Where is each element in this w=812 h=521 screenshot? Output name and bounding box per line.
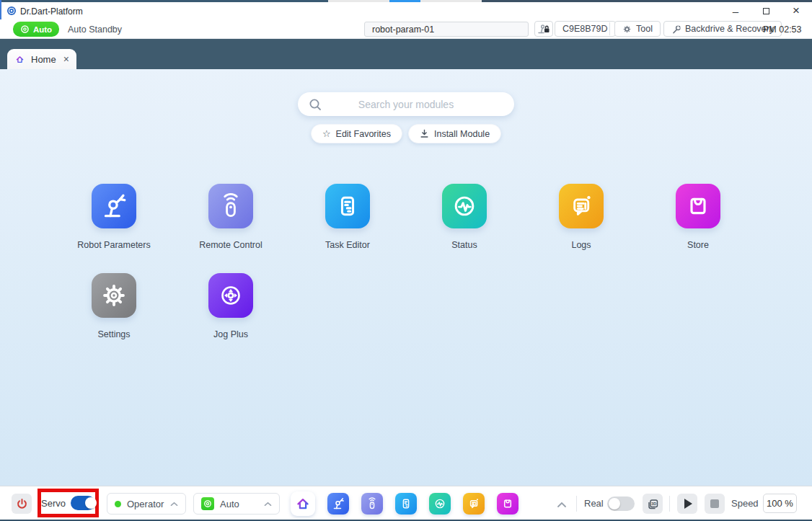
- robot-parameters-icon: [92, 184, 136, 228]
- module-label: Robot Parameters: [77, 240, 150, 251]
- tool-label: Tool: [636, 24, 653, 34]
- serial-button[interactable]: C9E8B79D: [555, 21, 616, 37]
- stop-icon: [710, 499, 719, 508]
- jog-plus-icon: [208, 273, 253, 318]
- settings-icon: [92, 273, 136, 318]
- robot-name-input[interactable]: [364, 22, 529, 37]
- taskbar-robot-parameters-button[interactable]: [327, 493, 349, 515]
- module-label: Settings: [97, 329, 130, 340]
- module-status[interactable]: Status: [406, 184, 523, 251]
- top-toolbar: Auto Auto Standby C9E8B79D Tool Backdriv…: [0, 19, 812, 39]
- module-jog-plus[interactable]: Jog Plus: [172, 273, 289, 340]
- robot-lock-button[interactable]: [534, 21, 553, 37]
- module-label: Task Editor: [325, 240, 370, 251]
- auto-mode-icon: [20, 25, 30, 34]
- status-icon: [442, 184, 487, 228]
- bottom-bar: Servo Operator Auto Real 3D Speed 100 %: [0, 486, 812, 520]
- backdrive-recovery-label: Backdrive & Recovery: [685, 24, 774, 34]
- toggle-knob: [85, 497, 97, 509]
- speed-value-box[interactable]: 100 %: [763, 494, 797, 513]
- module-grid: Robot ParametersRemote ControlTask Edito…: [56, 184, 756, 340]
- star-icon: ☆: [322, 129, 331, 138]
- chevron-up-icon: [170, 502, 178, 507]
- module-label: Jog Plus: [213, 329, 248, 340]
- bottombar-separator: [576, 496, 577, 512]
- chevron-up-icon: [557, 502, 567, 508]
- install-module-label: Install Module: [434, 129, 490, 139]
- taskbar-collapse-button[interactable]: [557, 498, 567, 511]
- auto-mode-label: Auto: [220, 499, 258, 509]
- module-settings[interactable]: Settings: [56, 273, 172, 340]
- module-search: [298, 92, 514, 116]
- search-icon: [309, 98, 322, 111]
- operator-select[interactable]: Operator: [107, 493, 186, 515]
- operator-status-dot: [115, 501, 121, 507]
- speed-label: Speed: [731, 498, 759, 509]
- taskbar-remote-control-button[interactable]: [361, 493, 383, 515]
- install-module-button[interactable]: Install Module: [408, 124, 501, 143]
- tab-close-icon[interactable]: ×: [63, 54, 69, 64]
- download-icon: [420, 129, 429, 138]
- power-icon: [16, 498, 28, 510]
- svg-text:3D: 3D: [651, 502, 656, 506]
- title-bar: Dr.Dart-Platform – ×: [0, 2, 812, 19]
- module-task-editor[interactable]: Task Editor: [289, 184, 406, 251]
- servo-label: Servo: [41, 498, 66, 509]
- auto-mode-icon: [201, 497, 214, 510]
- taskbar-store-button[interactable]: [497, 493, 518, 515]
- module-remote-control[interactable]: Remote Control: [172, 184, 289, 251]
- chevron-up-icon: [264, 502, 272, 507]
- stop-button[interactable]: [705, 494, 725, 514]
- speed-value: 100 %: [767, 498, 793, 509]
- maximize-icon: [763, 8, 769, 14]
- wrench-icon: [671, 25, 681, 34]
- edit-favorites-button[interactable]: ☆ Edit Favorites: [311, 124, 402, 143]
- minimize-button[interactable]: –: [725, 2, 746, 19]
- servo-highlight-box: Servo: [37, 489, 99, 517]
- home-icon: [14, 54, 25, 65]
- module-label: Logs: [571, 240, 591, 251]
- module-label: Status: [451, 240, 477, 251]
- tool-button[interactable]: Tool: [614, 21, 661, 37]
- simulator-3d-button[interactable]: 3D: [643, 494, 663, 514]
- task-editor-icon: [325, 184, 370, 228]
- taskbar-status-button[interactable]: [429, 493, 451, 515]
- clock: PM 02:53: [763, 25, 802, 35]
- close-button[interactable]: ×: [786, 2, 806, 19]
- play-button[interactable]: [677, 494, 697, 514]
- serial-label: C9E8B79D: [562, 24, 608, 34]
- search-input[interactable]: [298, 92, 514, 116]
- logs-icon: [559, 184, 604, 228]
- real-label: Real: [584, 498, 604, 509]
- taskbar-home-button[interactable]: [291, 491, 315, 516]
- mode-badge-label: Auto: [33, 25, 52, 34]
- operator-label: Operator: [127, 499, 164, 509]
- app-title: Dr.Dart-Platform: [20, 6, 83, 17]
- servo-toggle[interactable]: [71, 496, 95, 510]
- power-button[interactable]: [12, 494, 32, 514]
- tab-home-label: Home: [31, 54, 56, 65]
- module-logs[interactable]: Logs: [523, 184, 640, 251]
- edit-favorites-label: Edit Favorites: [336, 129, 391, 139]
- taskbar-task-editor-button[interactable]: [395, 493, 417, 515]
- robot-status-text: Auto Standby: [68, 25, 122, 35]
- module-label: Store: [687, 240, 709, 251]
- bottombar-separator: [669, 496, 670, 512]
- mode-badge[interactable]: Auto: [13, 22, 59, 37]
- maximize-button[interactable]: [756, 2, 776, 19]
- tab-home[interactable]: Home ×: [7, 49, 76, 69]
- play-icon: [684, 499, 692, 509]
- store-icon: [676, 184, 720, 228]
- remote-control-icon: [208, 184, 253, 228]
- auto-mode-select[interactable]: Auto: [193, 493, 280, 515]
- module-robot-parameters[interactable]: Robot Parameters: [56, 184, 172, 251]
- robot-lock-icon: [537, 23, 551, 35]
- taskbar-logs-button[interactable]: [463, 493, 485, 515]
- gear-icon: [622, 25, 632, 34]
- toolbar-separator: [609, 22, 610, 35]
- tab-bar: Home ×: [0, 39, 812, 69]
- app-logo-icon: [7, 6, 16, 15]
- 3d-view-icon: 3D: [647, 498, 659, 510]
- module-store[interactable]: Store: [640, 184, 756, 251]
- real-toggle[interactable]: [607, 496, 635, 511]
